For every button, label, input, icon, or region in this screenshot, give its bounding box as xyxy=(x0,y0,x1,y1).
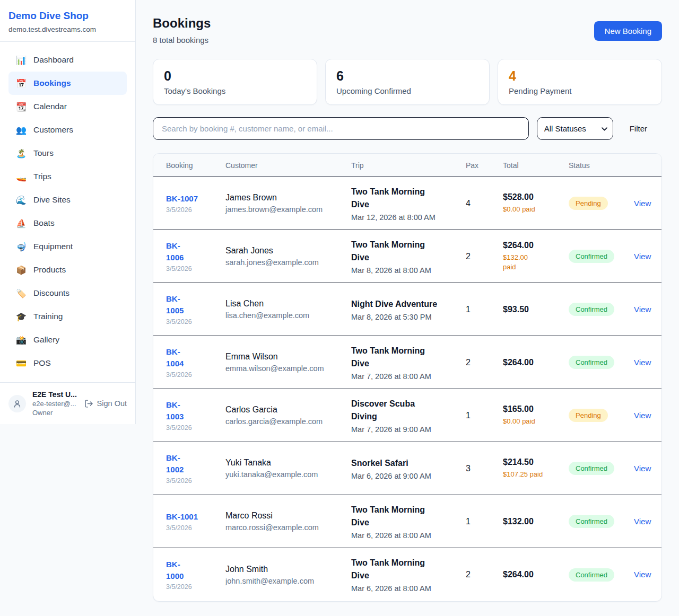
view-link[interactable]: View xyxy=(634,517,651,526)
column-header-booking: Booking xyxy=(166,161,225,170)
sailboat-icon: ⛵ xyxy=(16,218,27,228)
sidebar-item-label: Equipment xyxy=(33,242,73,251)
customer-email: emma.wilson@example.com xyxy=(225,364,351,373)
sidebar-item-gallery[interactable]: 📸 Gallery xyxy=(8,328,127,351)
pax-count: 1 xyxy=(466,517,503,526)
view-link[interactable]: View xyxy=(634,358,651,367)
view-link[interactable]: View xyxy=(634,199,651,208)
logout-icon xyxy=(84,399,93,408)
table-row: BK- 1002 3/5/2026 Yuki Tanaka yuki.tanak… xyxy=(153,442,661,495)
sidebar-item-boats[interactable]: ⛵ Boats xyxy=(8,212,127,235)
sidebar: Demo Dive Shop demo.test.divestreams.com… xyxy=(0,0,136,424)
new-booking-button[interactable]: New Booking xyxy=(594,21,662,41)
bar-chart-icon: 📊 xyxy=(16,55,27,65)
tag-icon: 🏷️ xyxy=(16,288,27,298)
sidebar-item-label: Dashboard xyxy=(33,55,74,65)
table-row: BK-1001 3/5/2026 Marco Rossi marco.rossi… xyxy=(153,495,661,548)
table-row: BK- 1004 3/5/2026 Emma Wilson emma.wilso… xyxy=(153,336,661,389)
booking-number-link[interactable]: BK- 1005 xyxy=(166,293,184,316)
sign-out-button[interactable]: Sign Out xyxy=(84,399,127,408)
column-header-pax: Pax xyxy=(466,161,503,170)
status-badge: Pending xyxy=(569,197,608,210)
sidebar-item-discounts[interactable]: 🏷️ Discounts xyxy=(8,281,127,305)
sidebar-item-equipment[interactable]: 🤿 Equipment xyxy=(8,235,127,258)
trip-name: Two Tank Morning Dive xyxy=(351,239,442,264)
customer-name: Marco Rossi xyxy=(225,511,351,521)
trip-datetime: Mar 8, 2026 at 5:30 PM xyxy=(351,313,466,321)
stat-label: Upcoming Confirmed xyxy=(336,86,478,95)
brand-title: Demo Dive Shop xyxy=(8,10,127,22)
sidebar-item-label: Dive Sites xyxy=(33,195,71,205)
trip-name: Night Dive Adventure xyxy=(351,298,442,311)
sidebar-item-label: Gallery xyxy=(33,335,59,345)
status-select[interactable]: All Statuses xyxy=(537,117,613,140)
avatar xyxy=(8,395,26,412)
customer-email: sarah.jones@example.com xyxy=(225,258,351,267)
sidebar-item-training[interactable]: 🎓 Training xyxy=(8,305,127,328)
page-header: Bookings 8 total bookings New Booking xyxy=(153,16,662,45)
trip-datetime: Mar 7, 2026 at 8:00 AM xyxy=(351,372,466,381)
brand-block: Demo Dive Shop demo.test.divestreams.com xyxy=(0,0,135,42)
sidebar-item-dashboard[interactable]: 📊 Dashboard xyxy=(8,48,127,72)
view-link[interactable]: View xyxy=(634,411,651,420)
view-link[interactable]: View xyxy=(634,464,651,473)
stat-value: 6 xyxy=(336,68,478,84)
total-amount: $132.00 xyxy=(503,517,569,526)
filter-bar: All Statuses Filter xyxy=(153,117,662,140)
sidebar-item-label: Calendar xyxy=(33,102,67,111)
sidebar-item-customers[interactable]: 👥 Customers xyxy=(8,118,127,142)
paid-amount: $0.00 paid xyxy=(503,417,569,426)
stat-value: 0 xyxy=(164,68,306,84)
trip-name: Two Tank Morning Dive xyxy=(351,345,442,370)
customer-name: James Brown xyxy=(225,193,351,203)
trip-datetime: Mar 6, 2026 at 8:00 AM xyxy=(351,531,466,540)
trip-name: Discover Scuba Diving xyxy=(351,398,442,423)
view-link[interactable]: View xyxy=(634,305,651,314)
trip-datetime: Mar 7, 2026 at 9:00 AM xyxy=(351,425,466,434)
total-amount: $264.00 xyxy=(503,358,569,367)
graduation-cap-icon: 🎓 xyxy=(16,312,27,322)
stats-cards: 0 Today's Bookings 6 Upcoming Confirmed … xyxy=(153,59,662,105)
view-link[interactable]: View xyxy=(634,570,651,579)
status-badge: Confirmed xyxy=(569,250,614,263)
table-row: BK- 1003 3/5/2026 Carlos Garcia carlos.g… xyxy=(153,389,661,442)
customer-email: lisa.chen@example.com xyxy=(225,311,351,320)
view-link[interactable]: View xyxy=(634,252,651,261)
sidebar-item-bookings[interactable]: 📅 Bookings xyxy=(8,72,127,95)
pax-count: 2 xyxy=(466,252,503,261)
customer-name: Lisa Chen xyxy=(225,299,351,309)
search-input[interactable] xyxy=(153,117,529,140)
table-row: BK- 1006 3/5/2026 Sarah Jones sarah.jone… xyxy=(153,230,661,283)
sidebar-item-trips[interactable]: 🚤 Trips xyxy=(8,165,127,188)
dive-mask-icon: 🤿 xyxy=(16,242,27,252)
sidebar-nav: 📊 Dashboard 📅 Bookings 📆 Calendar 👥 Cust… xyxy=(0,42,135,382)
booking-number-link[interactable]: BK- 1006 xyxy=(166,240,184,263)
booking-number-link[interactable]: BK- 1003 xyxy=(166,399,184,423)
sidebar-item-label: Bookings xyxy=(33,78,71,88)
sidebar-item-tours[interactable]: 🏝️ Tours xyxy=(8,142,127,165)
booking-number-link[interactable]: BK-1007 xyxy=(166,193,198,205)
filter-button[interactable]: Filter xyxy=(630,124,647,133)
booking-number-link[interactable]: BK-1001 xyxy=(166,511,198,523)
sidebar-item-dive-sites[interactable]: 🌊 Dive Sites xyxy=(8,188,127,212)
status-badge: Confirmed xyxy=(569,356,614,369)
status-select-wrap: All Statuses xyxy=(537,117,613,140)
customer-email: john.smith@example.com xyxy=(225,577,351,585)
booking-date: 3/5/2026 xyxy=(166,318,225,325)
sidebar-item-products[interactable]: 📦 Products xyxy=(8,258,127,281)
main-content: Bookings 8 total bookings New Booking 0 … xyxy=(136,0,679,616)
total-amount: $93.50 xyxy=(503,305,569,314)
sidebar-item-pos[interactable]: 💳 POS xyxy=(8,351,127,375)
booking-number-link[interactable]: BK- 1004 xyxy=(166,346,184,369)
trip-name: Two Tank Morning Dive xyxy=(351,186,442,211)
booking-number-link[interactable]: BK- 1002 xyxy=(166,452,184,476)
speedboat-icon: 🚤 xyxy=(16,172,27,182)
sidebar-item-calendar[interactable]: 📆 Calendar xyxy=(8,95,127,118)
sidebar-item-label: Products xyxy=(33,265,66,275)
total-amount: $165.00 xyxy=(503,404,569,414)
trip-name: Two Tank Morning Dive xyxy=(351,504,442,529)
booking-date: 3/5/2026 xyxy=(166,206,225,214)
calendar-icon: 📅 xyxy=(16,78,27,89)
trip-name: Snorkel Safari xyxy=(351,457,442,470)
booking-number-link[interactable]: BK- 1000 xyxy=(166,559,184,582)
